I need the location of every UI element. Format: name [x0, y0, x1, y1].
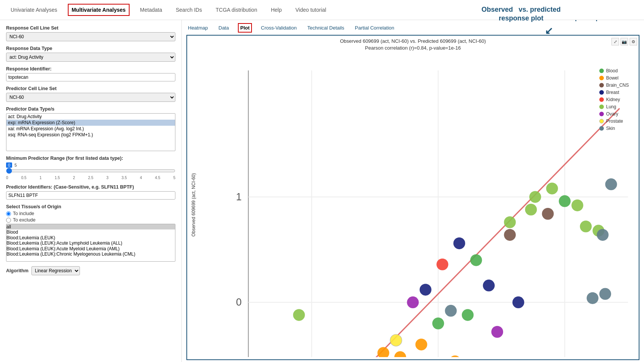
tab-data[interactable]: Data	[217, 24, 230, 32]
zoom-icon[interactable]: ⤢	[611, 38, 619, 45]
camera-icon[interactable]: 📷	[621, 38, 628, 45]
response-data-type-label: Response Data Type	[6, 46, 175, 51]
annotation-text: Observed vs. predictedresponse plot	[537, 20, 636, 22]
legend-skin-dot	[599, 126, 604, 131]
nav-multivariate[interactable]: Multivariate Analyses	[68, 4, 130, 16]
select-tissue-label: Select Tissue/s of Origin	[6, 204, 175, 209]
svg-point-40	[416, 339, 427, 351]
svg-point-41	[390, 334, 402, 346]
svg-point-60	[293, 309, 305, 321]
svg-point-34	[445, 305, 456, 317]
legend-kidney: Kidney	[599, 97, 629, 102]
radio-include[interactable]	[6, 211, 11, 216]
legend-bowel: Bowel	[599, 75, 629, 81]
legend-brain-cns: Brain_CNS	[599, 83, 629, 88]
settings-icon[interactable]: ⚙	[630, 38, 637, 45]
nav-search-ids[interactable]: Search IDs	[173, 5, 205, 15]
nav-metadata[interactable]: Metadata	[137, 5, 165, 15]
predictor-cell-line-select[interactable]: NCI-60	[6, 93, 175, 102]
tab-cross-validation[interactable]: Cross-Validation	[259, 24, 298, 32]
predictor-data-type-listbox[interactable]: act: Drug Activity exp: mRNA Expression …	[6, 113, 175, 151]
svg-point-18	[559, 195, 571, 207]
svg-point-38	[394, 351, 406, 357]
svg-point-21	[525, 204, 537, 215]
radio-exclude[interactable]	[6, 218, 11, 223]
legend-lung-dot	[599, 105, 604, 109]
legend-kidney-dot	[599, 97, 604, 102]
svg-point-61	[587, 292, 599, 304]
tab-plot[interactable]: Plot	[238, 23, 252, 33]
legend-brain-dot	[599, 83, 604, 87]
nav-help[interactable]: Help	[268, 5, 285, 15]
min-predictor-label: Minimum Predictor Range (for first liste…	[6, 156, 175, 161]
response-data-type-select[interactable]: act: Drug Activity	[6, 53, 175, 62]
svg-point-22	[504, 217, 516, 228]
tissue-radio-group: To include To exclude	[6, 211, 175, 223]
right-panel: Observed vs. predictedresponse plot Heat…	[182, 20, 644, 362]
algorithm-select[interactable]: Linear Regression	[31, 266, 80, 275]
legend-brain-label: Brain_CNS	[606, 83, 629, 88]
tab-partial-correlation[interactable]: Partial Correlation	[353, 24, 396, 32]
min-predictor-slider[interactable]	[6, 168, 175, 174]
legend-blood-dot	[599, 69, 604, 73]
svg-point-20	[542, 208, 554, 220]
legend-breast-dot	[599, 90, 604, 95]
svg-point-58	[449, 356, 461, 357]
radio-exclude-label: To exclude	[13, 217, 36, 223]
legend-blood-label: Blood	[606, 68, 618, 73]
svg-point-27	[504, 229, 516, 241]
svg-point-57	[513, 296, 524, 308]
slider-value-badge: 0	[6, 162, 12, 168]
response-cell-line-label: Response Cell Line Set	[6, 25, 175, 31]
svg-point-31	[436, 259, 448, 270]
legend-breast: Breast	[599, 90, 629, 95]
svg-point-33	[420, 284, 431, 296]
left-panel: Response Cell Line Set NCI-60 Response D…	[0, 20, 182, 362]
legend-prostate-label: Prostate	[606, 119, 623, 124]
tissue-listbox[interactable]: all Blood Blood:Leukemia (LEUK) Blood:Le…	[6, 224, 175, 262]
algorithm-row: Algorithm Linear Regression	[6, 266, 175, 275]
tab-heatmap[interactable]: Heatmap	[186, 24, 209, 32]
legend-skin: Skin	[599, 126, 629, 131]
slider-labels: 00.511.522.533.544.55	[6, 176, 175, 180]
legend-breast-label: Breast	[606, 90, 619, 95]
svg-point-25	[605, 178, 617, 190]
svg-point-19	[572, 200, 583, 211]
nav-univariate[interactable]: Univariate Analyses	[8, 5, 60, 15]
legend-bowel-label: Bowel	[606, 75, 619, 81]
tab-technical-details[interactable]: Technical Details	[306, 24, 346, 32]
legend-prostate: Prostate	[599, 119, 629, 124]
svg-point-23	[580, 221, 592, 232]
predictor-data-type-label: Predictor Data Type/s	[6, 106, 175, 112]
response-identifier-input[interactable]	[6, 73, 175, 81]
plot-title-line1: Observed 609699 (act, NCI-60) vs. Predic…	[340, 38, 486, 44]
response-cell-line-select[interactable]: NCI-60	[6, 32, 175, 41]
scatter-svg: 1 0 −1 −2 −1 0 1	[198, 53, 636, 357]
slider-max-label: 5	[14, 163, 17, 167]
top-navigation: Univariate Analyses Multivariate Analyse…	[0, 0, 644, 20]
svg-point-62	[599, 288, 611, 300]
response-identifier-label: Response Identifier:	[6, 66, 175, 72]
nav-video[interactable]: Video tutorial	[292, 5, 329, 15]
svg-text:0: 0	[236, 297, 242, 308]
predictor-identifiers-input[interactable]	[6, 191, 175, 200]
radio-include-row: To include	[6, 211, 175, 216]
legend-kidney-label: Kidney	[606, 97, 620, 102]
legend-lung-label: Lung	[606, 104, 616, 109]
predictor-cell-line-label: Predictor Cell Line Set	[6, 86, 175, 91]
svg-point-29	[470, 254, 482, 266]
plot-container: ⤢ 📷 ⚙ Observed 609699 (act, NCI-60) vs. …	[186, 35, 639, 360]
main-layout: Response Cell Line Set NCI-60 Response D…	[0, 20, 644, 362]
legend-prostate-dot	[599, 119, 604, 123]
plot-title-line2: Pearson correlation (r)=0.84, p-value=1e…	[365, 45, 461, 51]
predictor-identifiers-label: Predictor Identifiers: (Case-Sensitive, …	[6, 184, 175, 190]
svg-point-37	[377, 347, 389, 357]
svg-point-28	[453, 237, 465, 249]
nav-tcga[interactable]: TCGA distribution	[213, 5, 260, 15]
radio-include-label: To include	[13, 211, 34, 216]
legend-blood: Blood	[599, 68, 629, 73]
legend-lung: Lung	[599, 104, 629, 109]
svg-text:1: 1	[236, 191, 242, 203]
svg-point-32	[407, 296, 419, 308]
svg-point-30	[483, 280, 495, 292]
